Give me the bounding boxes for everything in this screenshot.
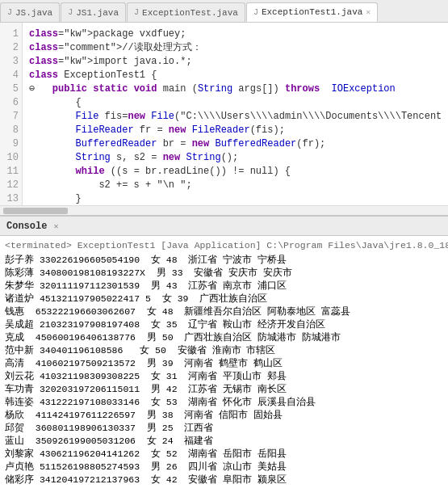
console-output-line: 克成 450600196406138776 男 50 广西壮族自治区 防城港市 … [5,331,443,344]
java-file-icon: J [253,8,258,17]
line-number-2: 2 [5,41,19,55]
code-line-2: class="comment">//读取处理方式： [29,41,448,55]
tab-bar: JJS.javaJJS1.javaJExceptionTest.javaJExc… [0,0,448,23]
console-output-line: 卢贞艳 511526198805274593 男 26 四川省 凉山市 美姑县 [5,461,443,474]
line-number-9: 9 [5,137,19,151]
code-line-13: s2 += s + "\n "; [29,179,448,192]
line-number-11: 11 [5,165,19,179]
console-output-line: 蓝山 350926199005031206 女 24 福建省 [5,435,443,448]
line-number-10: 10 [5,151,19,165]
code-line-14: } [29,192,448,205]
tab-label: ExceptionTest.java [142,8,238,18]
java-file-icon: J [134,8,139,17]
console-title: Console [6,221,47,232]
console-output-line: 车功青 320203197206115011 男 42 江苏省 无锡市 南长区 [5,383,443,396]
terminated-line: <terminated> ExceptionTest1 [Java Applic… [5,239,443,252]
code-line-7: File fis=new File("C:\\\\Users\\\\admin\… [29,110,448,124]
console-output-line: 范中新 340401196108586 女 50 安徽省 淮南市 市辖区 [5,344,443,357]
console-header: Console ✕ [0,217,448,236]
code-line-4: class ExceptionTest1 { [29,69,448,82]
line-number-13: 13 [5,192,19,205]
console-output-line: 诸道炉 451321197905022417 5 女 39 广西壮族自治区 [5,293,443,305]
console-output-line: 彭子养 330226196605054190 女 48 浙江省 宁波市 宁桥县 [5,254,443,267]
tab-exceptiontest-java[interactable]: JExceptionTest.java [127,2,245,22]
console-output[interactable]: <terminated> ExceptionTest1 [Java Applic… [0,236,448,501]
line-number-1: 1 [5,27,19,41]
code-line-5: ⊖ public static void main (String args[]… [29,82,448,96]
scrollbar-thumb[interactable] [3,208,68,214]
console-area: Console ✕ <terminated> ExceptionTest1 [J… [0,217,448,501]
console-output-line: 杨欣 411424197611226597 男 38 河南省 信阳市 固始县 [5,409,443,422]
java-file-icon: J [7,8,12,17]
console-output-line: 钱惠 653222196603062607 女 48 新疆维吾尔自治区 阿勒泰地… [5,305,443,318]
code-line-8: FileReader fr = new FileReader(fis); [29,124,448,137]
tab-exceptiontest1-java[interactable]: JExceptionTest1.java✕ [246,2,378,22]
horizontal-scrollbar[interactable] [0,205,448,215]
code-content: class="kw">package vxdfuey;class="commen… [23,23,448,205]
console-output-line: 韩连姿 431222197108033146 女 53 湖南省 怀化市 辰溪县自… [5,396,443,409]
line-number-6: 6 [5,96,19,110]
tab-js-java[interactable]: JJS.java [0,2,60,22]
console-output-line: 刘黎家 430621196204141262 女 52 湖南省 岳阳市 岳阳县 [5,448,443,461]
tab-label: JS.java [15,8,52,18]
code-line-9: BufferedReader br = new BufferedReader(f… [29,137,448,151]
line-number-12: 12 [5,179,19,192]
code-line-3: class="kw">import java.io.*; [29,55,448,69]
code-editor: 123456789101112131415 class="kw">package… [0,23,448,217]
console-output-line: 朱梦华 320111197112301539 男 43 江苏省 南京市 浦口区 [5,280,443,293]
code-line-1: class="kw">package vxdfuey; [29,27,448,41]
tab-label: JS1.java [76,8,119,18]
console-output-line: 吴成超 210323197908197408 女 35 辽宁省 鞍山市 经济开发… [5,318,443,331]
tab-js1-java[interactable]: JJS1.java [61,2,126,22]
code-scroll[interactable]: 123456789101112131415 class="kw">package… [0,23,448,205]
tab-label: ExceptionTest1.java [262,7,362,17]
line-numbers: 123456789101112131415 [0,23,23,205]
line-number-8: 8 [5,124,19,137]
line-number-3: 3 [5,55,19,69]
line-number-7: 7 [5,110,19,124]
code-line-6: { [29,96,448,110]
console-output-line: 高清 410602197509213572 男 39 河南省 鹤壁市 鹤山区 [5,357,443,370]
console-output-line: 刘云花 410321198309308225 女 31 河南省 平顶山市 郏县 [5,370,443,383]
close-icon[interactable]: ✕ [366,7,371,17]
console-output-line: 储彩序 341204197212137963 女 42 安徽省 阜阳市 颍泉区 [5,474,443,486]
console-close-icon[interactable]: ✕ [53,221,58,231]
line-number-5: 5 [5,82,19,96]
java-file-icon: J [68,8,73,17]
code-line-10: String s, s2 = new String(); [29,151,448,165]
code-line-12: while ((s = br.readLine()) != null) { [29,165,448,179]
console-output-line: 陈彩薄 340800198108193227X 男 33 安徽省 安庆市 安庆市 [5,267,443,280]
console-output-line: 邱贺 360801198906130337 男 25 江西省 [5,422,443,435]
line-number-4: 4 [5,69,19,82]
